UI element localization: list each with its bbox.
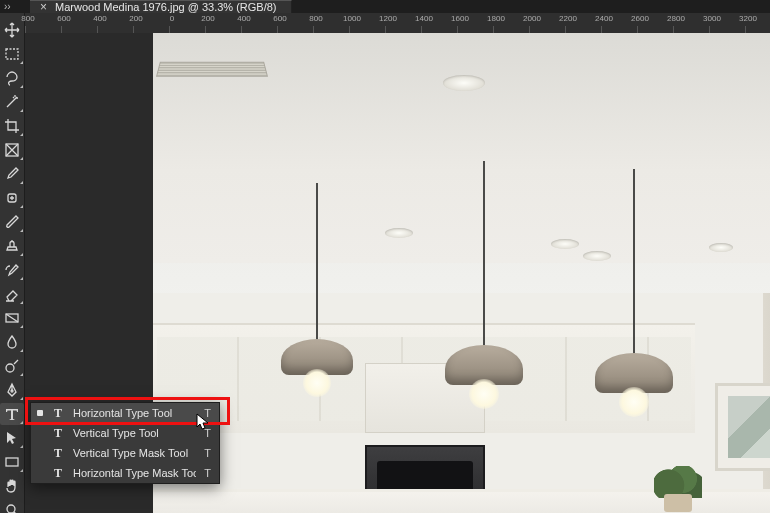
svg-point-4 [6, 364, 14, 372]
hand-tool[interactable] [0, 475, 24, 497]
flyout-item-label: Horizontal Type Tool [73, 407, 196, 419]
ruler-tick-label: 1600 [448, 14, 472, 23]
magic-wand-tool[interactable] [0, 91, 24, 113]
dodge-tool[interactable] [0, 355, 24, 377]
ruler-tick-label: 3200 [736, 14, 760, 23]
healing-brush-tool[interactable] [0, 187, 24, 209]
ruler-tick-label: 1200 [376, 14, 400, 23]
rectangular-marquee-tool[interactable] [0, 43, 24, 65]
selected-indicator-icon [37, 410, 43, 416]
flyout-item[interactable]: THorizontal Type Mask ToolT [31, 463, 219, 483]
flyout-item[interactable]: TVertical Type ToolT [31, 423, 219, 443]
ruler-tick-label: 2200 [556, 14, 580, 23]
close-icon[interactable]: × [40, 1, 47, 13]
lasso-tool[interactable] [0, 67, 24, 89]
ruler-tick-label: 2600 [628, 14, 652, 23]
flyout-item-shortcut: T [204, 407, 211, 419]
flyout-item-label: Vertical Type Mask Tool [73, 447, 196, 459]
ruler-tick-label: 3000 [700, 14, 724, 23]
horizontal-ruler[interactable]: 8006004002000200400600800100012001400160… [25, 13, 770, 33]
ruler-tick-label: 2400 [592, 14, 616, 23]
document-tab-title: Marwood Medina 1976.jpg @ 33.3% (RGB/8) [55, 1, 277, 13]
zoom-tool[interactable] [0, 499, 24, 513]
flyout-item-shortcut: T [204, 427, 211, 439]
path-selection-tool[interactable] [0, 427, 24, 449]
expand-panel-handle[interactable]: ›› [0, 0, 30, 13]
ruler-tick-label: 0 [160, 14, 184, 23]
svg-point-7 [7, 505, 15, 513]
ruler-tick-label: 200 [196, 14, 220, 23]
flyout-item[interactable]: TVertical Type Mask ToolT [31, 443, 219, 463]
type-icon: T [51, 466, 65, 481]
type-icon: T [51, 426, 65, 441]
document-image [153, 33, 770, 513]
ruler-tick-label: 400 [232, 14, 256, 23]
type-icon: T [51, 446, 65, 461]
ruler-tick-label: 800 [304, 14, 328, 23]
ruler-tick-label: 200 [124, 14, 148, 23]
expand-icon: ›› [4, 1, 11, 12]
document-tabbar: ›› × Marwood Medina 1976.jpg @ 33.3% (RG… [0, 0, 770, 13]
ruler-tick-label: 400 [88, 14, 112, 23]
ruler-tick-label: 1000 [340, 14, 364, 23]
frame-tool[interactable] [0, 139, 24, 161]
flyout-item-shortcut: T [204, 447, 211, 459]
tools-panel [0, 13, 25, 513]
type-tool-flyout: THorizontal Type ToolTTVertical Type Too… [30, 402, 220, 484]
ruler-tick-label: 1800 [484, 14, 508, 23]
svg-rect-6 [6, 458, 18, 466]
flyout-item-label: Horizontal Type Mask Tool [73, 467, 196, 479]
eyedropper-tool[interactable] [0, 163, 24, 185]
ruler-tick-label: 600 [268, 14, 292, 23]
ruler-tick-label: 800 [16, 14, 40, 23]
eraser-tool[interactable] [0, 283, 24, 305]
ruler-tick-label: 2000 [520, 14, 544, 23]
ruler-tick-label: 600 [52, 14, 76, 23]
app-root: ›› × Marwood Medina 1976.jpg @ 33.3% (RG… [0, 0, 770, 513]
pen-tool[interactable] [0, 379, 24, 401]
type-icon: T [51, 406, 65, 421]
document-tab[interactable]: × Marwood Medina 1976.jpg @ 33.3% (RGB/8… [30, 0, 292, 13]
history-brush-tool[interactable] [0, 259, 24, 281]
ruler-tick-label: 1400 [412, 14, 436, 23]
flyout-item-label: Vertical Type Tool [73, 427, 196, 439]
workspace: 8006004002000200400 80060040020002004006… [0, 13, 770, 513]
flyout-item[interactable]: THorizontal Type ToolT [31, 403, 219, 423]
svg-rect-0 [6, 49, 18, 59]
gradient-tool[interactable] [0, 307, 24, 329]
flyout-item-shortcut: T [204, 467, 211, 479]
ruler-tick-label: 2800 [664, 14, 688, 23]
crop-tool[interactable] [0, 115, 24, 137]
blur-tool[interactable] [0, 331, 24, 353]
clone-stamp-tool[interactable] [0, 235, 24, 257]
rectangle-tool[interactable] [0, 451, 24, 473]
type-tool[interactable] [0, 403, 24, 425]
brush-tool[interactable] [0, 211, 24, 233]
